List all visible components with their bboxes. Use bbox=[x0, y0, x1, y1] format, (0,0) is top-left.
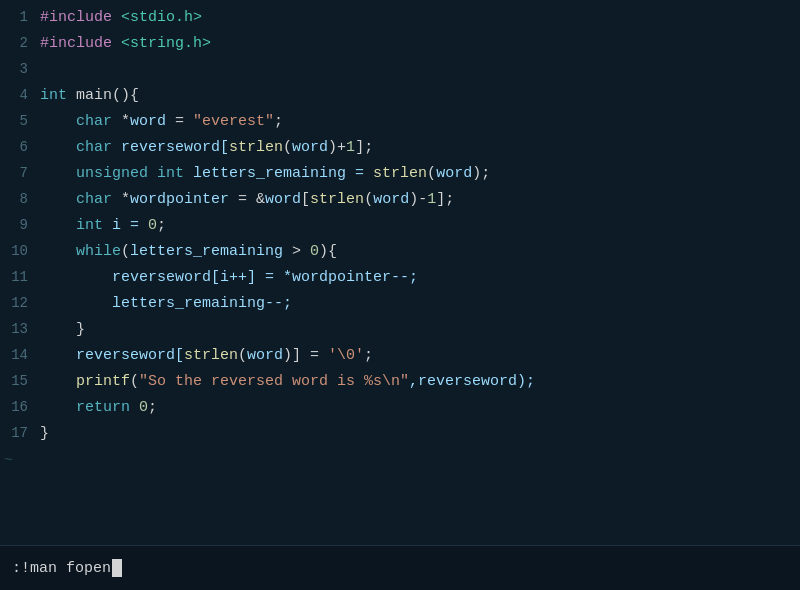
code-line: 11 reverseword[i++] = *wordpointer--; bbox=[0, 266, 800, 292]
token bbox=[148, 165, 157, 182]
line-number: 8 bbox=[0, 188, 40, 210]
token: "So the reversed word is %s\n" bbox=[139, 373, 409, 390]
code-line: 1#include <stdio.h> bbox=[0, 6, 800, 32]
code-line: 2#include <string.h> bbox=[0, 32, 800, 58]
token: ; bbox=[274, 113, 283, 130]
line-content: int i = 0; bbox=[40, 214, 800, 238]
token: word bbox=[436, 165, 472, 182]
token bbox=[40, 373, 76, 390]
line-content: #include <stdio.h> bbox=[40, 6, 800, 30]
token: word bbox=[130, 113, 166, 130]
token: ){ bbox=[319, 243, 337, 260]
tilde-line: ~ bbox=[0, 448, 800, 474]
command-text: :!man fopen bbox=[12, 560, 111, 577]
code-line: 8 char *wordpointer = &word[strlen(word)… bbox=[0, 188, 800, 214]
token: ; bbox=[364, 347, 373, 364]
code-line: 15 printf("So the reversed word is %s\n"… bbox=[0, 370, 800, 396]
token: wordpointer bbox=[130, 191, 229, 208]
code-line: 10 while(letters_remaining > 0){ bbox=[0, 240, 800, 266]
token: 1 bbox=[346, 139, 355, 156]
token: ]; bbox=[355, 139, 373, 156]
line-number: 14 bbox=[0, 344, 40, 366]
line-number: 4 bbox=[0, 84, 40, 106]
line-number: 13 bbox=[0, 318, 40, 340]
code-line: 9 int i = 0; bbox=[0, 214, 800, 240]
line-content: } bbox=[40, 422, 800, 446]
token: ( bbox=[130, 373, 139, 390]
code-editor: 1#include <stdio.h>2#include <string.h>3… bbox=[0, 0, 800, 545]
token: 0 bbox=[310, 243, 319, 260]
line-number: 7 bbox=[0, 162, 40, 184]
token: word bbox=[247, 347, 283, 364]
token: 1 bbox=[427, 191, 436, 208]
token: unsigned bbox=[40, 165, 148, 182]
line-content: return 0; bbox=[40, 396, 800, 420]
token: strlen bbox=[229, 139, 283, 156]
line-content: while(letters_remaining > 0){ bbox=[40, 240, 800, 264]
token: reverseword[ bbox=[112, 139, 229, 156]
token: #include bbox=[40, 35, 121, 52]
line-content: } bbox=[40, 318, 800, 342]
line-number: 15 bbox=[0, 370, 40, 392]
token: )] = bbox=[283, 347, 328, 364]
line-content: int main(){ bbox=[40, 84, 800, 108]
token: ( bbox=[283, 139, 292, 156]
cursor bbox=[112, 559, 122, 577]
token: * bbox=[112, 191, 130, 208]
token: '\0' bbox=[328, 347, 364, 364]
line-number: 2 bbox=[0, 32, 40, 54]
token bbox=[130, 399, 139, 416]
token: letters_remaining--; bbox=[40, 295, 292, 312]
token: word bbox=[292, 139, 328, 156]
line-number: 10 bbox=[0, 240, 40, 262]
line-number: 6 bbox=[0, 136, 40, 158]
line-content: char *word = "everest"; bbox=[40, 110, 800, 134]
token: main(){ bbox=[67, 87, 139, 104]
token: strlen bbox=[310, 191, 364, 208]
token: char bbox=[40, 113, 112, 130]
token: printf bbox=[76, 373, 130, 390]
line-number: 9 bbox=[0, 214, 40, 236]
code-line: 3 bbox=[0, 58, 800, 84]
code-line: 6 char reverseword[strlen(word)+1]; bbox=[0, 136, 800, 162]
token: = & bbox=[229, 191, 265, 208]
token: ( bbox=[427, 165, 436, 182]
line-content: #include <string.h> bbox=[40, 32, 800, 56]
code-line: 14 reverseword[strlen(word)] = '\0'; bbox=[0, 344, 800, 370]
command-line[interactable]: :!man fopen bbox=[12, 559, 122, 577]
token: [ bbox=[301, 191, 310, 208]
token: reverseword[ bbox=[40, 347, 184, 364]
token: strlen bbox=[184, 347, 238, 364]
token: } bbox=[40, 425, 49, 442]
token: int bbox=[157, 165, 184, 182]
line-number: 3 bbox=[0, 58, 40, 80]
code-line: 4int main(){ bbox=[0, 84, 800, 110]
line-number: 1 bbox=[0, 6, 40, 28]
token: } bbox=[40, 321, 85, 338]
code-line: 12 letters_remaining--; bbox=[0, 292, 800, 318]
code-line: 17} bbox=[0, 422, 800, 448]
line-content: reverseword[i++] = *wordpointer--; bbox=[40, 266, 800, 290]
token: > bbox=[283, 243, 310, 260]
line-number: 16 bbox=[0, 396, 40, 418]
code-line: 16 return 0; bbox=[0, 396, 800, 422]
line-content: unsigned int letters_remaining = strlen(… bbox=[40, 162, 800, 186]
tilde-char: ~ bbox=[0, 449, 13, 473]
token: char bbox=[40, 139, 112, 156]
line-number: 12 bbox=[0, 292, 40, 314]
token: int bbox=[40, 217, 103, 234]
line-content: char *wordpointer = &word[strlen(word)-1… bbox=[40, 188, 800, 212]
token: char bbox=[40, 191, 112, 208]
token: ; bbox=[157, 217, 166, 234]
token: word bbox=[373, 191, 409, 208]
token: word bbox=[265, 191, 301, 208]
token: 0 bbox=[148, 217, 157, 234]
line-number: 5 bbox=[0, 110, 40, 132]
token: = bbox=[166, 113, 193, 130]
status-bar: :!man fopen bbox=[0, 545, 800, 590]
token: ; bbox=[148, 399, 157, 416]
line-number: 11 bbox=[0, 266, 40, 288]
token: ( bbox=[238, 347, 247, 364]
token: )+ bbox=[328, 139, 346, 156]
line-content: letters_remaining--; bbox=[40, 292, 800, 316]
